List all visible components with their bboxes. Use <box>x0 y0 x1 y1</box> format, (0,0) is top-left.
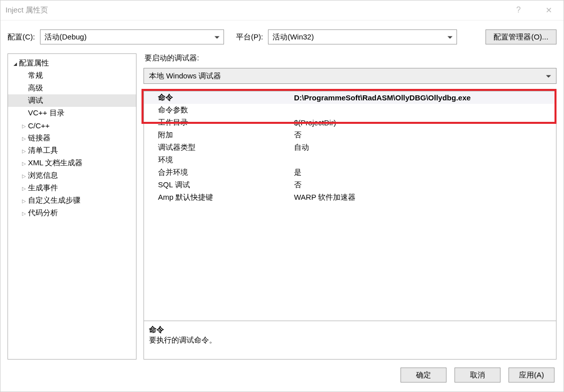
apply-button-label: 应用(A) <box>519 371 544 380</box>
caret-closed-icon[interactable] <box>21 197 27 204</box>
ok-button-label: 确定 <box>416 371 431 380</box>
property-row[interactable]: 附加否 <box>144 129 556 141</box>
description-panel: 命令 要执行的调试命令。 <box>144 321 556 360</box>
tree-item[interactable]: 浏览信息 <box>8 169 136 182</box>
debugger-combo-value: 本地 Windows 调试器 <box>149 71 221 81</box>
titlebar-buttons: ? ✕ <box>508 5 558 15</box>
property-label: 合并环境 <box>144 168 294 177</box>
tree-item[interactable]: 生成事件 <box>8 182 136 194</box>
tree-item-label: 高级 <box>28 83 43 93</box>
platform-label: 平台(P): <box>236 32 263 42</box>
tree-item[interactable]: 配置属性 <box>8 57 136 69</box>
help-button[interactable]: ? <box>508 5 528 15</box>
property-value[interactable]: WARP 软件加速器 <box>294 193 556 202</box>
caret-closed-icon[interactable] <box>21 122 27 129</box>
property-value[interactable]: 自动 <box>294 143 556 152</box>
tree-item[interactable]: 调试 <box>8 94 136 107</box>
property-row[interactable]: SQL 调试否 <box>144 179 556 191</box>
config-tree[interactable]: 配置属性常规高级调试VC++ 目录C/C++链接器清单工具XML 文档生成器浏览… <box>8 53 136 360</box>
tree-item-label: XML 文档生成器 <box>28 158 82 168</box>
tree-item[interactable]: 清单工具 <box>8 144 136 157</box>
property-row[interactable]: 命令D:\ProgrammeSoft\RadASM\OllyDBG\Ollydb… <box>144 91 556 104</box>
config-manager-label: 配置管理器(O)... <box>494 32 548 42</box>
tree-item[interactable]: 自定义生成步骤 <box>8 194 136 207</box>
property-label: 命令参数 <box>144 105 294 115</box>
property-value[interactable]: 否 <box>294 130 556 140</box>
close-button[interactable]: ✕ <box>538 5 558 15</box>
tree-item[interactable]: 代码分析 <box>8 207 136 219</box>
tree-item-label: 调试 <box>28 96 43 105</box>
tree-item[interactable]: 高级 <box>8 82 136 94</box>
property-value[interactable]: 否 <box>294 180 556 190</box>
property-grid[interactable]: 命令D:\ProgrammeSoft\RadASM\OllyDBG\Ollydb… <box>144 91 556 321</box>
caret-closed-icon[interactable] <box>21 160 27 167</box>
property-label: 附加 <box>144 130 294 140</box>
tree-item-label: VC++ 目录 <box>28 108 64 118</box>
window-title: Inject 属性页 <box>6 5 508 15</box>
property-row[interactable]: 命令参数 <box>144 104 556 116</box>
caret-closed-icon[interactable] <box>21 135 27 142</box>
property-row[interactable]: Amp 默认快捷键WARP 软件加速器 <box>144 191 556 204</box>
debugger-header-label: 要启动的调试器: <box>144 53 556 63</box>
property-label: 工作目录 <box>144 118 294 127</box>
titlebar: Inject 属性页 ? ✕ <box>0 0 564 20</box>
platform-combo-value: 活动(Win32) <box>272 32 314 42</box>
apply-button[interactable]: 应用(A) <box>508 368 554 383</box>
content-area: 配置属性常规高级调试VC++ 目录C/C++链接器清单工具XML 文档生成器浏览… <box>0 53 564 360</box>
property-value[interactable]: D:\ProgrammeSoft\RadASM\OllyDBG\Ollydbg.… <box>294 93 556 102</box>
tree-item[interactable]: VC++ 目录 <box>8 107 136 119</box>
property-grid-wrap: 命令D:\ProgrammeSoft\RadASM\OllyDBG\Ollydb… <box>144 91 556 360</box>
property-row[interactable]: 合并环境是 <box>144 166 556 179</box>
description-text: 要执行的调试命令。 <box>149 336 551 345</box>
property-label: SQL 调试 <box>144 180 294 190</box>
caret-open-icon[interactable] <box>12 60 18 67</box>
caret-closed-icon[interactable] <box>21 147 27 154</box>
tree-item[interactable]: 常规 <box>8 69 136 82</box>
tree-item-label: 配置属性 <box>19 58 49 68</box>
cancel-button-label: 取消 <box>470 371 485 380</box>
tree-item-label: 自定义生成步骤 <box>28 196 80 205</box>
config-label: 配置(C): <box>8 32 35 42</box>
tree-item[interactable]: XML 文档生成器 <box>8 157 136 169</box>
cancel-button[interactable]: 取消 <box>454 368 500 383</box>
property-row[interactable]: 环境 <box>144 154 556 166</box>
config-manager-button[interactable]: 配置管理器(O)... <box>486 29 556 44</box>
tree-item-label: 常规 <box>28 71 43 80</box>
property-label: 命令 <box>144 93 294 102</box>
tree-item-label: C/C++ <box>28 121 50 130</box>
config-combo-value: 活动(Debug) <box>44 32 86 42</box>
tree-item[interactable]: 链接器 <box>8 132 136 144</box>
tree-item-label: 代码分析 <box>28 208 58 218</box>
property-value[interactable]: $(ProjectDir) <box>294 118 556 127</box>
right-panel: 要启动的调试器: 本地 Windows 调试器 命令D:\ProgrammeSo… <box>144 53 556 360</box>
property-row[interactable]: 工作目录$(ProjectDir) <box>144 116 556 129</box>
property-label: 环境 <box>144 155 294 165</box>
property-row[interactable]: 调试器类型自动 <box>144 141 556 154</box>
caret-closed-icon[interactable] <box>21 185 27 192</box>
tree-item-label: 浏览信息 <box>28 171 58 180</box>
platform-combo[interactable]: 活动(Win32) <box>268 29 457 44</box>
property-page-window: Inject 属性页 ? ✕ 配置(C): 活动(Debug) 平台(P): 活… <box>0 0 564 392</box>
debugger-combo[interactable]: 本地 Windows 调试器 <box>144 68 556 84</box>
ok-button[interactable]: 确定 <box>400 368 446 383</box>
tree-item-label: 生成事件 <box>28 183 58 193</box>
property-label: 调试器类型 <box>144 143 294 152</box>
caret-closed-icon[interactable] <box>21 172 27 179</box>
dialog-footer: 确定 取消 应用(A) <box>0 360 564 392</box>
property-value[interactable]: 是 <box>294 168 556 177</box>
toolbar: 配置(C): 活动(Debug) 平台(P): 活动(Win32) 配置管理器(… <box>0 20 564 53</box>
description-title: 命令 <box>149 325 551 335</box>
tree-item[interactable]: C/C++ <box>8 119 136 132</box>
property-label: Amp 默认快捷键 <box>144 193 294 202</box>
config-combo[interactable]: 活动(Debug) <box>40 29 224 44</box>
tree-item-label: 清单工具 <box>28 146 58 155</box>
tree-item-label: 链接器 <box>28 133 50 143</box>
caret-closed-icon[interactable] <box>21 210 27 217</box>
